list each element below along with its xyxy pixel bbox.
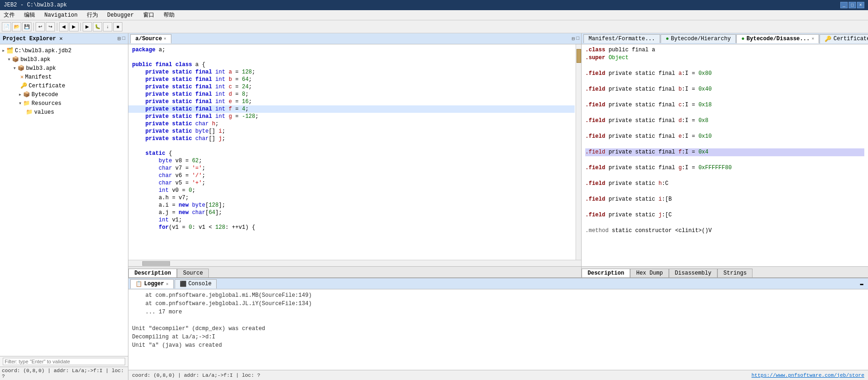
close-button[interactable]: × (857, 2, 864, 8)
menu-edit[interactable]: 编辑 (22, 11, 37, 19)
tree-item-bytecode[interactable]: ▸ 📦 Bytecode (0, 90, 128, 99)
toolbar-fwd[interactable]: ▶ (69, 22, 79, 31)
editors-row: a/Source ✕ ⊟ □ package a; public final c… (128, 33, 868, 277)
tab-bytecode-hierarchy-label: ● (666, 36, 669, 42)
toolbar-run[interactable]: ▶ (83, 22, 92, 31)
panel-expand[interactable]: □ (122, 36, 125, 42)
bc-line-12: .field private static j:[C (585, 211, 864, 219)
toolbar-open[interactable]: 📂 (12, 22, 21, 31)
console-line-6: Unit "a" (java) was created (132, 341, 864, 349)
toolbar-step[interactable]: ↓ (103, 22, 112, 31)
tree-item-apk2[interactable]: ▾ 📦 bwlb3.apk (0, 64, 128, 73)
source-tab-description[interactable]: Description (128, 269, 177, 277)
menu-action[interactable]: 行为 (85, 11, 100, 19)
tab-logger-close[interactable]: ✕ (166, 282, 168, 287)
bc-tab-strings[interactable]: Strings (717, 269, 753, 277)
tree-item-root[interactable]: ▸ 🗂️ C:\bwlb3.apk.jdb2 (0, 46, 128, 55)
bc-tab-description[interactable]: Description (582, 269, 630, 277)
code-line-23: a.j = new char[64]; (128, 209, 575, 216)
bc-line-blank7 (585, 156, 864, 164)
toolbar: 📄 📂 💾 ↩ ↪ ◀ ▶ ▶ 🐛 ↓ ■ (0, 20, 868, 33)
bc-line-blank1 (585, 62, 864, 70)
tree-icon-apk1: 📦 (12, 56, 19, 63)
tab-bytecode-hierarchy[interactable]: ● Bytecode/Hierarchy (661, 34, 736, 43)
menu-navigation[interactable]: Navigation (42, 12, 79, 19)
maximize-button[interactable]: □ (849, 2, 856, 8)
tree-item-cert[interactable]: 🔑 Certificate (0, 81, 128, 90)
tree-arrow-resources: ▾ (18, 100, 22, 107)
tab-console-label: Console (188, 281, 212, 287)
toolbar-stop[interactable]: ■ (113, 22, 122, 31)
bytecode-tab-bar: Manifest/Formatte... ● Bytecode/Hierarch… (582, 33, 868, 44)
status-bar: coord: (0,8,0) | addr: La/a;->f:I | loc:… (128, 370, 868, 380)
tab-source-close[interactable]: ✕ (164, 36, 166, 41)
code-line-8: private static final int e = 16; (128, 98, 575, 105)
bc-line-8: .field private static final f:I = 0x4 (585, 148, 864, 156)
code-line-15: static { (128, 150, 575, 157)
source-hscroll[interactable] (128, 260, 581, 266)
tab-logger-label: Logger (144, 281, 164, 287)
toolbar-save[interactable]: 💾 (22, 22, 31, 31)
source-hscroll-thumb[interactable] (142, 261, 170, 266)
code-line-24: int v1; (128, 216, 575, 224)
bc-tab-hexdump[interactable]: Hex Dump (630, 269, 669, 277)
source-tab-source[interactable]: Source (177, 269, 209, 277)
tab-logger[interactable]: 📋 Logger ✕ (130, 279, 174, 288)
tab-console[interactable]: ⬛ Console (175, 279, 217, 288)
code-line-12: private static byte[] i; (128, 128, 575, 135)
tree-item-values[interactable]: 📁 values (0, 108, 128, 116)
tab-certificate[interactable]: 🔑 Certificate/Certific... (819, 34, 868, 43)
source-vscroll-thumb[interactable] (577, 49, 581, 63)
toolbar-debug[interactable]: 🐛 (93, 22, 102, 31)
source-bottom-tabs: Description Source (128, 266, 581, 277)
source-panel: a/Source ✕ ⊟ □ package a; public final c… (128, 33, 582, 277)
status-coord: coord: (0,8,0) | addr: La/a;->f:I | loc:… (2, 368, 124, 379)
filter-input[interactable] (3, 358, 125, 365)
project-explorer-title: Project Explorer ✕ (3, 35, 63, 42)
bc-tab-disassembly[interactable]: Disassembly (669, 269, 717, 277)
menu-file[interactable]: 文件 (2, 11, 17, 19)
tab-bytecode-disasm-close[interactable]: ✕ (812, 36, 814, 41)
minimize-button[interactable]: _ (840, 2, 848, 8)
tree-item-apk1[interactable]: ▾ 📦 bwlb3.apk (0, 55, 128, 64)
console-line-4: Unit "decompiler" (dcmp_dex) was created (132, 325, 864, 333)
status-left: coord: (0,8,0) | addr: La/a;->f:I | loc:… (132, 373, 260, 378)
bc-line-blank3 (585, 93, 864, 101)
code-line-2 (128, 54, 575, 61)
menu-window[interactable]: 窗口 (141, 11, 156, 19)
code-line-11: private static char h; (128, 120, 575, 128)
source-hscroll-track (128, 261, 581, 266)
tree-arrow-root: ▸ (2, 47, 5, 54)
code-line-20: int v0 = 0; (128, 187, 575, 194)
tab-minimize-btn[interactable]: ⊟ (572, 36, 575, 42)
menu-help[interactable]: 帮助 (162, 11, 176, 19)
bytecode-code-area: .class public final a .super Object .fie… (582, 44, 868, 266)
code-line-25: for(v1 = 0: v1 < 128: ++v1) { (128, 224, 575, 231)
toolbar-sep-1 (33, 23, 34, 31)
bc-line-6: .field private static final d:I = 0x8 (585, 117, 864, 125)
toolbar-undo[interactable]: ↩ (36, 22, 45, 31)
project-tree: ▸ 🗂️ C:\bwlb3.apk.jdb2 ▾ 📦 bwlb3.apk ▾ 📦… (0, 44, 128, 356)
toolbar-new[interactable]: 📄 (2, 22, 11, 31)
tree-label-cert: Certificate (29, 83, 65, 89)
tab-manifest[interactable]: Manifest/Formatte... (583, 34, 660, 43)
tab-bytecode-disasm[interactable]: ● Bytecode/Disasse... ✕ (736, 34, 819, 43)
console-line-2: at com.pnfsoftware.jebglobal.JL.iY(Sourc… (132, 300, 864, 308)
tree-label-values: values (34, 109, 54, 116)
tree-item-resources[interactable]: ▾ 📁 Resources (0, 99, 128, 108)
toolbar-back[interactable]: ◀ (59, 22, 68, 31)
tree-label-apk1: bwlb3.apk (20, 56, 50, 63)
title-controls: _ □ × (840, 2, 864, 8)
filter-bar[interactable] (0, 356, 128, 367)
tab-expand-btn[interactable]: □ (576, 36, 579, 42)
console-minimize[interactable]: ▬ (857, 279, 866, 288)
source-vscroll[interactable] (576, 44, 581, 260)
code-line-13: private static char[] j; (128, 135, 575, 142)
toolbar-redo[interactable]: ↪ (46, 22, 55, 31)
tree-item-manifest[interactable]: ✕ Manifest (0, 73, 128, 81)
tree-label-bytecode: Bytecode (31, 92, 58, 98)
menu-debugger[interactable]: Debugger (105, 12, 136, 19)
tab-source[interactable]: a/Source ✕ (130, 34, 171, 43)
tree-label-apk2: bwlb3.apk (26, 65, 56, 72)
panel-minimize[interactable]: ⊟ (118, 36, 121, 42)
